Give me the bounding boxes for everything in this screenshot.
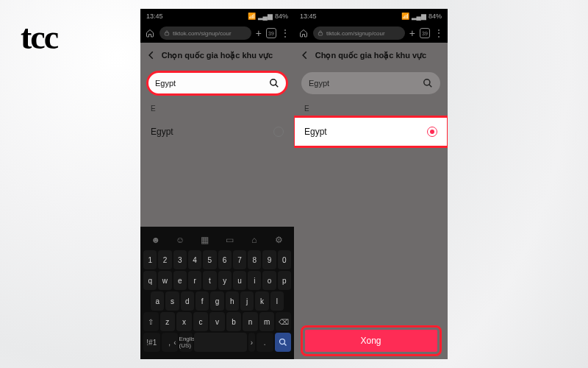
page-title: Chọn quốc gia hoặc khu vực bbox=[298, 51, 443, 60]
key-j[interactable]: j bbox=[240, 291, 254, 311]
svg-point-3 bbox=[279, 339, 284, 344]
key-9[interactable]: 9 bbox=[262, 250, 276, 269]
phone-right: 13:45 📶 ▂▄▆ 84% tiktok.com/signup/cour +… bbox=[294, 9, 448, 359]
key-›[interactable]: › bbox=[248, 333, 255, 352]
tab-count[interactable]: 39 bbox=[420, 28, 430, 38]
kb-row-bottom: !#1,‹English (US)›. bbox=[143, 333, 291, 352]
country-row[interactable]: Egypt bbox=[140, 117, 294, 146]
new-tab-icon[interactable]: + bbox=[256, 27, 262, 39]
key-6[interactable]: 6 bbox=[218, 250, 232, 269]
page-header: Chọn quốc gia hoặc khu vực bbox=[140, 43, 294, 68]
key-y[interactable]: y bbox=[218, 271, 232, 290]
svg-line-7 bbox=[429, 85, 432, 88]
country-row-selected[interactable]: Egypt bbox=[294, 117, 448, 146]
key-h[interactable]: h bbox=[226, 291, 239, 311]
key-5[interactable]: 5 bbox=[203, 250, 216, 269]
key-m[interactable]: m bbox=[259, 312, 275, 331]
brand-logo: tcc bbox=[21, 18, 57, 57]
kb-row-qwerty: qwertyuiop bbox=[143, 271, 291, 290]
key-a[interactable]: a bbox=[151, 291, 164, 311]
key-!#1[interactable]: !#1 bbox=[143, 333, 160, 352]
key-7[interactable]: 7 bbox=[233, 250, 246, 269]
key-z[interactable]: z bbox=[160, 312, 176, 331]
battery-text: 84% bbox=[429, 13, 442, 20]
key-b[interactable]: b bbox=[226, 312, 242, 331]
kb-mic-icon[interactable]: ⌂ bbox=[248, 235, 261, 245]
status-bar: 13:45 📶 ▂▄▆ 84% bbox=[140, 9, 294, 24]
kb-settings-icon[interactable]: ⚙ bbox=[272, 235, 285, 245]
country-label: Egypt bbox=[151, 127, 173, 137]
key-d[interactable]: d bbox=[181, 291, 194, 311]
key-enter[interactable] bbox=[275, 333, 292, 352]
search-input-wrapper[interactable] bbox=[301, 72, 440, 94]
key-l[interactable]: l bbox=[270, 291, 284, 311]
key-i[interactable]: i bbox=[248, 271, 261, 290]
search-icon[interactable] bbox=[423, 78, 433, 88]
search-input[interactable] bbox=[309, 79, 418, 88]
tab-count[interactable]: 39 bbox=[266, 28, 276, 38]
key-u[interactable]: u bbox=[233, 271, 246, 290]
key-n[interactable]: n bbox=[243, 312, 258, 331]
key-0[interactable]: 0 bbox=[278, 250, 291, 269]
status-bar: 13:45 📶 ▂▄▆ 84% bbox=[294, 9, 448, 24]
list-section-header: E bbox=[294, 100, 448, 117]
status-time: 13:45 bbox=[300, 13, 317, 20]
status-time: 13:45 bbox=[146, 13, 163, 20]
key-p[interactable]: p bbox=[278, 271, 291, 290]
kb-emoji-icon[interactable]: ☻ bbox=[149, 235, 162, 245]
key-[interactable] bbox=[194, 333, 247, 352]
signal-icon: ▂▄▆ bbox=[258, 13, 273, 20]
key-⌫[interactable]: ⌫ bbox=[276, 312, 291, 331]
key-[interactable]: ‹English (US) bbox=[179, 333, 193, 352]
key-.[interactable]: . bbox=[257, 333, 273, 352]
new-tab-icon[interactable]: + bbox=[409, 27, 415, 39]
key-⇧[interactable]: ⇧ bbox=[143, 312, 159, 331]
radio-unselected-icon[interactable] bbox=[273, 127, 284, 137]
key-s[interactable]: s bbox=[165, 291, 179, 311]
key-g[interactable]: g bbox=[210, 291, 223, 311]
key-o[interactable]: o bbox=[262, 271, 276, 290]
key-k[interactable]: k bbox=[255, 291, 268, 311]
search-input-wrapper[interactable] bbox=[148, 72, 287, 94]
battery-text: 84% bbox=[275, 13, 288, 20]
kb-clipboard-icon[interactable]: ▭ bbox=[223, 235, 236, 245]
done-button[interactable]: Xong bbox=[305, 330, 437, 352]
search-icon[interactable] bbox=[269, 78, 279, 88]
home-icon[interactable] bbox=[298, 28, 309, 38]
url-text: tiktok.com/signup/cour bbox=[173, 30, 232, 37]
svg-point-6 bbox=[424, 79, 430, 85]
list-section-header: E bbox=[140, 100, 294, 117]
menu-icon[interactable]: ⋮ bbox=[434, 28, 443, 38]
svg-point-1 bbox=[270, 79, 276, 85]
key-w[interactable]: w bbox=[158, 271, 171, 290]
search-input[interactable] bbox=[155, 79, 265, 88]
key-x[interactable]: x bbox=[176, 312, 192, 331]
key-e[interactable]: e bbox=[173, 271, 187, 290]
key-1[interactable]: 1 bbox=[143, 250, 157, 269]
svg-rect-5 bbox=[318, 32, 322, 35]
menu-icon[interactable]: ⋮ bbox=[281, 28, 290, 38]
home-icon[interactable] bbox=[145, 28, 155, 38]
radio-selected-icon[interactable] bbox=[427, 127, 437, 137]
key-3[interactable]: 3 bbox=[173, 250, 187, 269]
key-f[interactable]: f bbox=[196, 291, 209, 311]
page-header: Chọn quốc gia hoặc khu vực bbox=[294, 43, 448, 68]
wifi-icon: 📶 bbox=[248, 13, 256, 20]
key-8[interactable]: 8 bbox=[248, 250, 261, 269]
key-4[interactable]: 4 bbox=[188, 250, 201, 269]
key-v[interactable]: v bbox=[209, 312, 225, 331]
key-c[interactable]: c bbox=[193, 312, 209, 331]
wifi-icon: 📶 bbox=[401, 13, 409, 20]
url-bar[interactable]: tiktok.com/signup/cour bbox=[159, 26, 251, 40]
url-bar[interactable]: tiktok.com/signup/cour bbox=[313, 26, 405, 40]
kb-row-zxcv: ⇧zxcvbnm⌫ bbox=[143, 312, 291, 331]
key-q[interactable]: q bbox=[143, 271, 157, 290]
kb-gif-icon[interactable]: ▦ bbox=[198, 235, 212, 245]
key-t[interactable]: t bbox=[203, 271, 216, 290]
kb-smiley-icon[interactable]: ☺ bbox=[173, 235, 187, 245]
key-r[interactable]: r bbox=[188, 271, 201, 290]
key-2[interactable]: 2 bbox=[158, 250, 171, 269]
svg-line-2 bbox=[276, 85, 279, 88]
on-screen-keyboard[interactable]: ☻ ☺ ▦ ▭ ⌂ ⚙ 1234567890 qwertyuiop asdfgh… bbox=[140, 227, 294, 359]
kb-row-asdf: asdfghjkl bbox=[143, 291, 291, 311]
